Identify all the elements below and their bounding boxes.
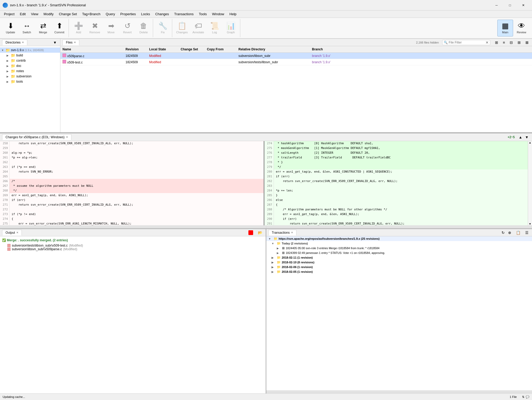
close-button[interactable]: ✕: [517, 1, 529, 9]
diff-nav-up[interactable]: ▲: [517, 135, 524, 140]
menu-item-transactions[interactable]: Transactions: [171, 11, 196, 17]
diff-tab-close[interactable]: ✕: [66, 136, 68, 138]
files-tab-close[interactable]: ✕: [74, 41, 76, 44]
tree-item-subversion[interactable]: ▶ 📁 subversion: [0, 74, 60, 79]
contrib-expander[interactable]: ▶: [7, 59, 11, 62]
file-search-input[interactable]: [449, 41, 486, 44]
col-header-branch[interactable]: Branch: [310, 47, 352, 52]
directories-tab[interactable]: Directories ✕: [2, 40, 27, 45]
review-view-button[interactable]: 👁 Review: [514, 20, 529, 36]
status-sync-icon[interactable]: ⇅: [522, 395, 524, 399]
menu-item-properties[interactable]: Properties: [118, 11, 138, 17]
menu-item-query[interactable]: Query: [103, 11, 118, 17]
delete-button[interactable]: 🗑 Delete: [136, 20, 152, 36]
tools-expander[interactable]: ▶: [7, 80, 11, 83]
menu-item-edit[interactable]: Edit: [17, 11, 28, 17]
col-header-state[interactable]: Local State: [147, 47, 179, 52]
files-tab[interactable]: Files ✕: [62, 40, 79, 45]
annotate-button[interactable]: 🏷 Annotate: [190, 20, 206, 36]
col-header-revision[interactable]: Revision: [123, 47, 147, 52]
directories-tab-close[interactable]: ✕: [22, 41, 24, 44]
menu-item-project[interactable]: Project: [1, 11, 17, 17]
dir-dropdown-btn[interactable]: ▼: [52, 40, 58, 45]
menu-item-window[interactable]: Window: [210, 11, 227, 17]
trans-entry2-expander[interactable]: ▶: [277, 252, 281, 254]
trans-entry1-expander[interactable]: ▶: [277, 247, 281, 250]
files-view-btn1[interactable]: ⊞: [494, 40, 499, 45]
menu-item-locks[interactable]: Locks: [138, 11, 153, 17]
col-header-changeset[interactable]: Change Set: [179, 47, 205, 52]
doc-expander[interactable]: ▶: [7, 65, 11, 67]
trans-repo-row[interactable]: ▼ 📁 https://svn.apache.org/repos/asf/sub…: [266, 236, 532, 241]
transactions-tab-close[interactable]: ✕: [291, 231, 293, 234]
root-expander[interactable]: ▼: [1, 49, 6, 52]
subversion-expander[interactable]: ▶: [7, 75, 11, 78]
revert-button[interactable]: ↺ Revert: [119, 20, 135, 36]
trans-date1-expander[interactable]: ▶: [272, 256, 276, 259]
menu-item-changes[interactable]: Changes: [153, 11, 171, 17]
trans-menu-btn[interactable]: ☰: [524, 230, 530, 235]
trans-date-20180211[interactable]: ▶ 📁 2018-02-11 (1 revision): [266, 255, 532, 260]
status-comment-icon[interactable]: 💬: [526, 395, 529, 399]
tree-item-build[interactable]: ▶ 📁 build: [0, 53, 60, 58]
trans-date4-expander[interactable]: ▶: [272, 270, 276, 273]
files-view-btn3[interactable]: ⊟: [508, 40, 514, 45]
trans-date2-expander[interactable]: ▶: [272, 261, 276, 264]
trans-btn2[interactable]: 📋: [515, 230, 522, 235]
add-button[interactable]: ➕ Add: [71, 20, 86, 36]
output-tab-close[interactable]: ✕: [16, 231, 18, 234]
file-row-x509test[interactable]: x509-test.c 1824509 Modified subversion/…: [60, 59, 532, 65]
diff-right-pane[interactable]: 274 * hashAlgorithm [0] HashAlgorithm DE…: [264, 141, 528, 225]
col-header-copyfrom[interactable]: Copy From: [205, 47, 236, 52]
diff-nav-down[interactable]: ▼: [524, 135, 530, 140]
graph-button[interactable]: 📊 Graph: [223, 20, 239, 36]
files-view-btn2[interactable]: ≡: [502, 40, 506, 45]
tree-item-contrib[interactable]: ▶ 📁 contrib: [0, 58, 60, 63]
trans-btn1[interactable]: ⊕: [507, 230, 513, 235]
files-view-btn5[interactable]: ⊠: [524, 40, 530, 45]
trans-entry-1824399[interactable]: ▶ ⊞ 1824399 02:49 jamessan 1 entry * STA…: [266, 250, 532, 255]
trans-entry-1824405[interactable]: ▶ ⊞ 1824405 05:00 svn-role 3 entries Mer…: [266, 246, 532, 250]
search-clear-button[interactable]: ✕: [486, 40, 489, 45]
menu-item-tools[interactable]: Tools: [196, 11, 209, 17]
file-row-x509parse[interactable]: x509parse.c 1824509 Modified subversion/…: [60, 53, 532, 59]
menu-item-modify[interactable]: Modify: [41, 11, 56, 17]
log-button[interactable]: 📜 Log: [207, 20, 222, 36]
update-button[interactable]: ⬇ Update: [3, 20, 18, 36]
trans-refresh-icon[interactable]: ↻: [502, 231, 505, 235]
tree-item-notes[interactable]: ▶ 📁 notes: [0, 68, 60, 74]
transactions-tab[interactable]: Transactions ✕: [268, 230, 296, 236]
menu-item-help[interactable]: Help: [227, 11, 239, 17]
col-header-reldir[interactable]: Relative Directory: [236, 47, 310, 52]
col-header-name[interactable]: Name: [60, 47, 123, 52]
output-stop-button[interactable]: [248, 230, 253, 235]
trans-today-group[interactable]: ▼ 📁 Today (2 revisions): [266, 241, 532, 246]
merge-button[interactable]: ⇄ Merge: [35, 20, 51, 36]
tree-item-doc[interactable]: ▶ 📁 doc: [0, 63, 60, 68]
tree-item-root[interactable]: ▼ 📁 svn-1.9.x (1.9.x, 1824509): [0, 47, 60, 53]
notes-expander[interactable]: ▶: [7, 70, 11, 73]
changes-button[interactable]: 📋 Changes: [174, 20, 190, 36]
tree-item-tools[interactable]: ▶ 📁 tools: [0, 79, 60, 84]
maximize-button[interactable]: □: [504, 1, 516, 9]
diff-left-pane[interactable]: 258 return svn_error_create(SVN_ERR_X509…: [0, 141, 264, 225]
files-view-btn4[interactable]: ⊞: [516, 40, 522, 45]
minimize-button[interactable]: ─: [491, 1, 503, 9]
trans-today-expander[interactable]: ▼: [272, 242, 276, 245]
menu-item-change-set[interactable]: Change Set: [56, 11, 80, 17]
diff-tab[interactable]: Changes for x509parse.c (EOL: Windows) ✕: [2, 134, 71, 140]
output-tab[interactable]: Output ✕: [2, 230, 22, 236]
diff-scroll-up[interactable]: ▲: [528, 141, 532, 144]
remove-button[interactable]: ✖ Remove: [87, 20, 103, 36]
output-folder-button[interactable]: 📂: [257, 230, 264, 235]
commit-button[interactable]: ⬆ Commit: [51, 20, 67, 36]
menu-item-view[interactable]: View: [28, 11, 41, 17]
move-button[interactable]: ➡ Move: [103, 20, 119, 36]
main-view-button[interactable]: ▦ Main: [497, 20, 513, 36]
trans-date-20180210[interactable]: ▶ 📁 2018-02-10 (8 revisions): [266, 260, 532, 265]
diff-scroll-down[interactable]: ▼: [528, 222, 532, 225]
menu-item-tag-branch[interactable]: Tag+Branch: [80, 11, 103, 17]
switch-button[interactable]: ↔ Switch: [19, 20, 35, 36]
trans-repo-expander[interactable]: ▼: [268, 237, 273, 240]
trans-date-20180205[interactable]: ▶ 📁 2018-02-05 (1 revision): [266, 269, 532, 274]
